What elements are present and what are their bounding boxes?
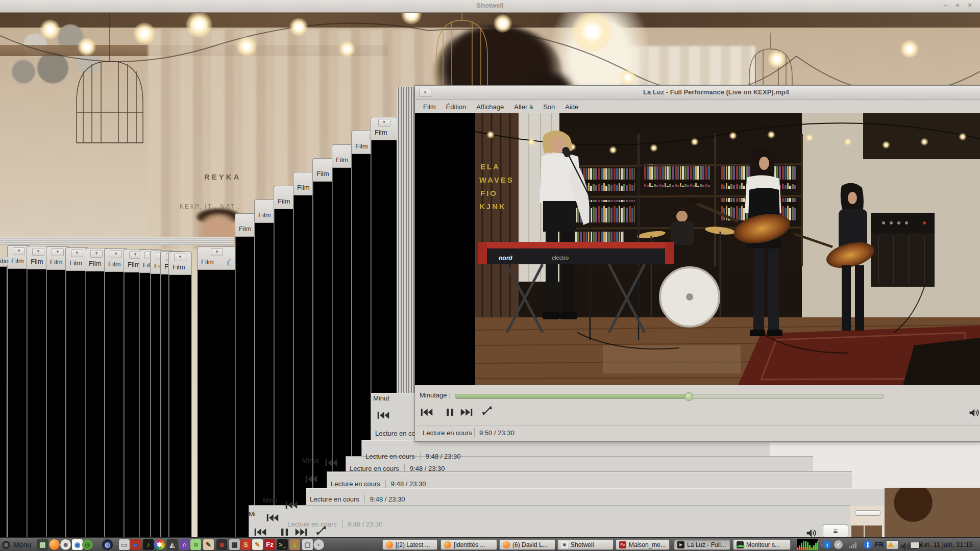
headphones-icon[interactable]: ∩ xyxy=(179,539,190,550)
light-bulb xyxy=(289,18,308,36)
prev-button[interactable] xyxy=(325,457,338,468)
prev-button[interactable] xyxy=(377,410,390,421)
background-status-row: Lecture en cours9:48 / 23:30 xyxy=(310,495,405,503)
eye-icon[interactable]: ◉ xyxy=(72,539,83,550)
light-bulb xyxy=(186,12,212,38)
shade-button[interactable]: ▾ xyxy=(52,248,64,256)
photo-gap-chip xyxy=(851,525,864,537)
next-button[interactable] xyxy=(295,527,308,538)
menu-aller-a[interactable]: Aller à xyxy=(509,101,538,113)
terminal-dark-icon[interactable]: >_ xyxy=(277,539,288,550)
cascade-player-window[interactable]: ▾FilmÉ xyxy=(197,246,237,538)
pause-button[interactable] xyxy=(278,527,291,538)
minimize-button[interactable]: − xyxy=(940,1,950,9)
menu-son[interactable]: Son xyxy=(538,101,560,113)
menu-affichage[interactable]: Affichage xyxy=(471,101,509,113)
poster-line-1: ELA xyxy=(480,162,500,171)
expand-button[interactable] xyxy=(316,525,329,536)
menu-film[interactable]: Film xyxy=(418,101,441,113)
playlist-menu-button[interactable]: ≡ xyxy=(823,524,848,538)
filezilla-icon[interactable]: Fz xyxy=(264,539,275,550)
seek-slider-handle[interactable] xyxy=(684,392,693,401)
taskbar-window-button[interactable]: [(2) Latest ... xyxy=(382,539,437,550)
menu-film[interactable]: Film xyxy=(169,261,191,271)
volume-icon[interactable] xyxy=(968,407,980,418)
prev-button[interactable] xyxy=(285,499,298,511)
next-button[interactable] xyxy=(460,407,473,418)
pause-button[interactable] xyxy=(444,407,457,418)
previous-button[interactable] xyxy=(420,407,433,418)
prev-button[interactable] xyxy=(254,527,267,538)
photo-gap-chip xyxy=(865,525,882,537)
player-window-title: La Luz - Full Performance (Live on KEXP)… xyxy=(568,88,864,96)
menu-button[interactable]: Menu xyxy=(2,538,31,551)
taskbar-window-button[interactable]: ▣Shotwell xyxy=(557,539,614,550)
taskbar-window-button[interactable]: FzMaison_me... xyxy=(616,539,670,550)
photos-icon[interactable]: ✽ xyxy=(154,539,165,550)
window-icon[interactable]: ▭ xyxy=(119,539,130,550)
shade-button[interactable]: ▾ xyxy=(13,247,25,255)
taskbar-window-button[interactable]: (6) David L... xyxy=(499,539,555,550)
shade-button[interactable]: ▾ xyxy=(110,251,122,258)
poster-line-4: KJNK xyxy=(479,202,506,211)
filmstrip-icon[interactable]: ▰ xyxy=(130,539,141,550)
firefox-icon[interactable] xyxy=(49,539,60,550)
menu-film[interactable]: Film xyxy=(371,127,397,136)
display-settings-icon[interactable] xyxy=(886,540,898,549)
volume-tray-icon[interactable] xyxy=(899,541,913,551)
photo-wall-brand-text: REYKA xyxy=(204,172,241,181)
sublime-icon[interactable]: S xyxy=(240,539,251,550)
fullscreen-button[interactable] xyxy=(482,405,495,416)
bluetooth-icon[interactable]: ᛒ xyxy=(864,540,872,549)
shade-button[interactable]: ▾ xyxy=(211,248,223,256)
prism-icon[interactable]: ◭ xyxy=(167,539,178,550)
check-status-icon[interactable]: ✓ xyxy=(834,540,843,549)
calculator-icon[interactable]: ▦ xyxy=(229,539,240,550)
taskbar-window-button[interactable]: [identités ... xyxy=(440,539,497,550)
vinyl-icon[interactable]: ◎ xyxy=(82,539,93,550)
shade-button[interactable]: ▾ xyxy=(419,89,431,97)
keyboard-layout-indicator[interactable]: FR xyxy=(875,541,884,548)
shade-button[interactable]: ▾ xyxy=(32,248,44,256)
shade-button[interactable]: ▾ xyxy=(174,254,186,261)
shotwell-icon: ▣ xyxy=(561,541,568,548)
taskbar-window-button[interactable]: ▁▃▂Moniteur s... xyxy=(733,539,791,550)
menu-edition[interactable]: Édition xyxy=(441,101,472,113)
notes-icon[interactable]: ✎ xyxy=(252,539,263,550)
close-button[interactable]: × xyxy=(965,1,975,9)
background-status-row: Lecture en cours9:48 / 23:30 xyxy=(350,464,445,472)
audio-ghost-icon[interactable]: ☻ xyxy=(60,539,71,550)
terminal-icon[interactable]: ▤ xyxy=(37,539,48,550)
light-bulb xyxy=(572,11,612,52)
system-monitor-applet[interactable] xyxy=(797,539,818,550)
taskbar-window-button[interactable]: ▶La Luz - Full... xyxy=(674,539,730,550)
shade-button[interactable]: ▾ xyxy=(378,119,390,127)
molecules-icon[interactable]: ⠶ xyxy=(190,539,201,550)
shade-button[interactable]: ▾ xyxy=(90,250,103,258)
music-icon[interactable]: ♪ xyxy=(143,539,154,550)
minutage-label-clipped: Mi xyxy=(249,510,256,518)
lens-icon[interactable]: ◍ xyxy=(102,539,113,550)
ball-icon[interactable]: ◗ xyxy=(313,539,324,550)
cascade-player-window[interactable]: ▾Film xyxy=(168,252,192,544)
audio-jack-icon[interactable]: ◙ xyxy=(216,539,227,550)
pen-icon[interactable]: ✎ xyxy=(203,539,214,550)
clock[interactable]: lun. 11 juin, 21:15 xyxy=(921,541,973,548)
shade-button[interactable]: ▾ xyxy=(71,249,83,257)
minutage-label-clipped: Minut xyxy=(302,457,318,464)
prev-button[interactable] xyxy=(266,512,279,523)
display-icon[interactable]: ▢ xyxy=(302,539,313,550)
signal-strength-icon[interactable] xyxy=(849,542,857,548)
light-bulb xyxy=(40,19,60,40)
seek-slider[interactable] xyxy=(455,394,884,399)
menu-aide[interactable]: Aide xyxy=(560,101,583,113)
player-titlebar[interactable]: ▾ La Luz - Full Performance (Live on KEX… xyxy=(415,86,980,100)
system-monitor-icon: ▁▃▂ xyxy=(737,541,744,548)
maximize-button[interactable]: + xyxy=(952,1,963,9)
status-separator xyxy=(474,428,475,437)
update-shield-icon[interactable]: i xyxy=(823,540,831,549)
video-canvas[interactable]: ELA WAVES FIO KJNK xyxy=(415,113,980,385)
light-bulb xyxy=(339,41,355,57)
prev-button[interactable] xyxy=(305,473,318,485)
package-icon[interactable]: ⤓ xyxy=(289,539,300,550)
